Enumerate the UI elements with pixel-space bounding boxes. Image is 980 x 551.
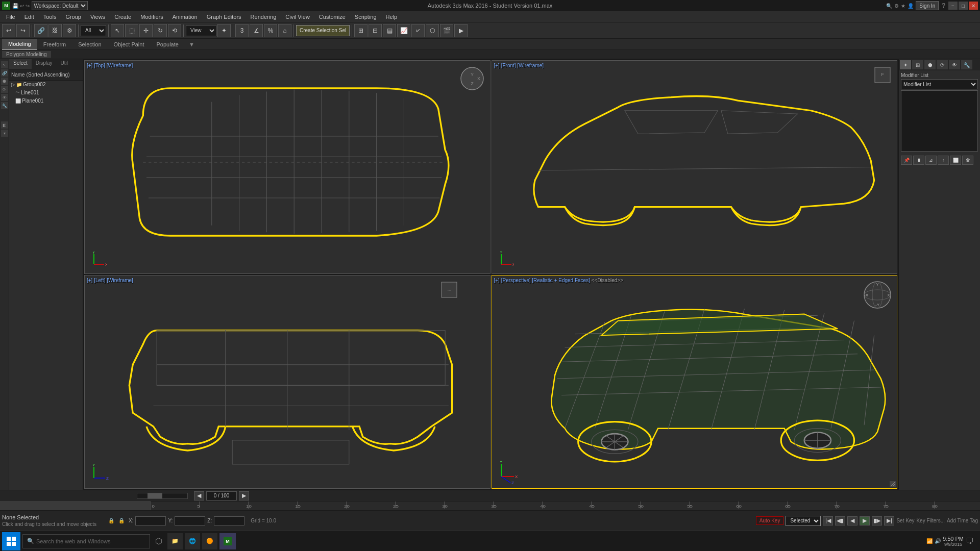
viewport-perspective[interactable]: [+] [Perspective] [Realistic + Edged Fac…: [492, 275, 898, 489]
maximize-button[interactable]: □: [959, 2, 968, 10]
render-setup-button[interactable]: 🎬: [440, 24, 453, 37]
menu-customize[interactable]: Customize: [315, 11, 350, 22]
menu-group[interactable]: Group: [61, 11, 85, 22]
rp-tab-hierarchy[interactable]: ⬢: [924, 60, 936, 69]
menu-modifiers[interactable]: Modifiers: [136, 11, 167, 22]
sidebar-hierarchy-icon[interactable]: ⬢: [1, 78, 8, 85]
y-coord[interactable]: 0.537: [175, 516, 205, 525]
taskbar-app-3dsmax[interactable]: M: [219, 533, 236, 549]
taskbar-search[interactable]: 🔍 Search the web and Windows: [22, 534, 150, 548]
angle-snap[interactable]: ∡: [250, 24, 263, 37]
key-filters-button[interactable]: Key Filters...: [916, 518, 945, 523]
rp-tab-modify[interactable]: ⊞: [912, 60, 923, 69]
layer-button[interactable]: ▤: [383, 24, 396, 37]
filter-dropdown[interactable]: All: [81, 25, 106, 36]
rp-tab-utility[interactable]: 🔧: [961, 60, 972, 69]
sidebar-select-icon[interactable]: ↖: [1, 61, 8, 68]
selected-dropdown[interactable]: Selected: [786, 516, 821, 526]
app-logo[interactable]: M: [2, 2, 10, 10]
sidebar-utility-icon[interactable]: 🔧: [1, 102, 8, 109]
rp-pin-button[interactable]: 📌: [901, 156, 912, 165]
anim-next-key[interactable]: ▮▶: [872, 516, 882, 525]
select-region-button[interactable]: ⬚: [125, 24, 138, 37]
workspace-dropdown[interactable]: Workspace: Default: [32, 1, 88, 10]
menu-file[interactable]: File: [2, 11, 19, 22]
create-selection-button[interactable]: Create Selection Sel: [296, 25, 350, 36]
sidebar-motion-icon[interactable]: ⟳: [1, 86, 8, 93]
taskbar-app-browser[interactable]: 🌐: [185, 533, 200, 549]
panel-tab-utility[interactable]: Util: [57, 59, 72, 69]
coord-system-dropdown[interactable]: View: [186, 25, 216, 36]
scene-item-plane001[interactable]: ⬜ Plane001: [9, 97, 83, 105]
start-button[interactable]: [2, 532, 20, 550]
menu-civil-view[interactable]: Civil View: [281, 11, 313, 22]
tab-selection[interactable]: Selection: [72, 39, 107, 50]
viewport-top[interactable]: [+] [Top] [Wireframe] Y X Z: [84, 60, 491, 274]
percent-snap[interactable]: %: [264, 24, 277, 37]
undo-button[interactable]: ↩: [2, 24, 15, 37]
menu-help[interactable]: Help: [382, 11, 402, 22]
rp-delete-button[interactable]: 🗑: [962, 156, 973, 165]
anim-go-end[interactable]: ▶|: [884, 516, 894, 525]
sidebar-link-icon[interactable]: 🔗: [1, 69, 8, 77]
anim-go-start[interactable]: |◀: [823, 516, 833, 525]
frame-counter[interactable]: 0 / 100: [206, 491, 237, 500]
tab-populate[interactable]: Populate: [150, 39, 184, 50]
rp-tab-display[interactable]: 👁: [949, 60, 960, 69]
rp-filter-button[interactable]: ⊿: [925, 156, 937, 165]
taskbar-app-orange[interactable]: 🟠: [202, 533, 217, 549]
add-time-tag-button[interactable]: Add Time Tag: [947, 518, 978, 523]
x-coord[interactable]: 0.756: [135, 516, 166, 525]
select-link-button[interactable]: 🔗: [34, 24, 47, 37]
rp-tab-motion[interactable]: ⟳: [937, 60, 948, 69]
menu-graph-editors[interactable]: Graph Editors: [203, 11, 246, 22]
viewport-resize-handle[interactable]: [890, 481, 896, 487]
sidebar-extra-icon[interactable]: ▾: [1, 130, 8, 137]
menu-animation[interactable]: Animation: [168, 11, 202, 22]
anim-prev-key[interactable]: ◀▮: [835, 516, 845, 525]
snap-toggle[interactable]: 3: [235, 24, 249, 37]
redo-button[interactable]: ↪: [16, 24, 30, 37]
z-coord[interactable]: 0.0: [214, 516, 244, 525]
unlink-button[interactable]: ⛓: [48, 24, 62, 37]
menu-rendering[interactable]: Rendering: [247, 11, 281, 22]
anim-play[interactable]: ▶: [860, 516, 870, 525]
frame-next-btn[interactable]: ▶: [239, 491, 249, 500]
viewport-front[interactable]: [+] [Front] [Wireframe] F: [492, 60, 898, 274]
scale-button[interactable]: ⟲: [168, 24, 181, 37]
rp-pause-button[interactable]: ⏸: [913, 156, 924, 165]
align-button[interactable]: ⊟: [369, 24, 382, 37]
panel-tab-display[interactable]: Display: [32, 59, 57, 69]
select-button[interactable]: ↖: [111, 24, 124, 37]
menu-edit[interactable]: Edit: [20, 11, 38, 22]
panel-tab-select[interactable]: Select: [9, 59, 32, 69]
rotate-button[interactable]: ↻: [154, 24, 167, 37]
clock-area[interactable]: 9:50 PM 9/9/2015: [943, 536, 964, 547]
rp-tab-create[interactable]: ✦: [900, 60, 911, 69]
sidebar-display-icon[interactable]: 👁: [1, 94, 8, 101]
render-frame-button[interactable]: ▶: [454, 24, 468, 37]
viewport-left[interactable]: [+] [Left] [Wireframe] ...: [84, 275, 491, 489]
modifier-list-dropdown[interactable]: Modifier List: [901, 79, 978, 89]
anim-play-back[interactable]: ◀: [847, 516, 857, 525]
menu-scripting[interactable]: Scripting: [351, 11, 381, 22]
rp-export-button[interactable]: ↑: [938, 156, 949, 165]
auto-key-button[interactable]: Auto Key: [756, 516, 784, 525]
spinner-snap[interactable]: ⌂: [278, 24, 291, 37]
rp-copy-button[interactable]: ⬜: [950, 156, 961, 165]
tab-freeform[interactable]: Freeform: [37, 39, 72, 50]
sidebar-panel-icon[interactable]: ◧: [1, 121, 8, 129]
scene-item-line001[interactable]: 〜 Line001: [9, 88, 83, 97]
curve-editor-button[interactable]: 📈: [397, 24, 410, 37]
menu-views[interactable]: Views: [86, 11, 109, 22]
move-button[interactable]: ✛: [139, 24, 153, 37]
notifications-icon[interactable]: 🗨: [966, 537, 974, 546]
more-tabs-button[interactable]: ▼: [185, 40, 199, 48]
task-view-button[interactable]: ⬡: [152, 536, 165, 546]
tab-object-paint[interactable]: Object Paint: [108, 39, 151, 50]
minimize-button[interactable]: −: [948, 2, 958, 10]
tab-modeling[interactable]: Modeling: [2, 39, 37, 50]
frame-prev-btn[interactable]: ◀: [194, 491, 204, 500]
sign-in-button[interactable]: Sign In: [916, 1, 939, 10]
horizontal-scroll[interactable]: [137, 493, 188, 499]
